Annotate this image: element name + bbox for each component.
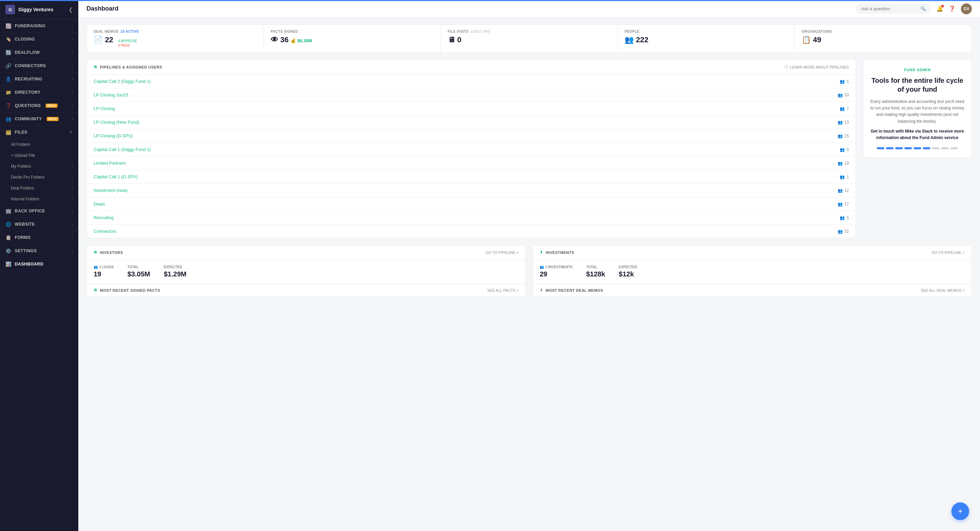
- sidebar-chevron-connectors: ›: [72, 64, 73, 68]
- pipeline-row[interactable]: Capital Call 1 (G SPV)👥 1: [87, 170, 856, 184]
- pipeline-rows: Capital Call 2 (Giggy Fund 1)👥 5LP Closi…: [87, 75, 856, 238]
- pipeline-name: Deals: [94, 201, 105, 207]
- learn-more-link[interactable]: ⓘ LEARN MORE ABOUT PIPELINES: [784, 64, 849, 70]
- sidebar-files-label-upload-file: + Upload File: [11, 153, 35, 158]
- investments-total: TOTAL $128k: [586, 265, 605, 278]
- sidebar-item-label-questions: QUESTIONS: [14, 103, 41, 108]
- files-sub-chevron-deal-folders: ›: [72, 186, 73, 190]
- sidebar-chevron-closing: ›: [72, 37, 73, 41]
- sidebar-files-all-folders[interactable]: All Folders: [0, 139, 78, 150]
- sidebar-files-upload-file[interactable]: + Upload File: [0, 150, 78, 161]
- sidebar-settings-icon: ⚙️: [5, 248, 11, 254]
- pipeline-row[interactable]: Capital Call 2 (Giggy Fund 1)👥 5: [87, 75, 856, 88]
- sidebar-item-recruiting[interactable]: 👤RECRUITING›: [0, 73, 78, 86]
- fund-admin-dot-0: [877, 147, 884, 149]
- users-icon: 👥: [840, 106, 845, 111]
- sidebar-toggle[interactable]: ❮: [68, 6, 73, 13]
- fund-admin-card: FUND ADMIN Tools for the entire life cyc…: [863, 59, 972, 158]
- fab-button[interactable]: +: [951, 502, 969, 520]
- pipeline-row[interactable]: LP Closing (G SPV)👥 15: [87, 129, 856, 143]
- investments-icon: ⬇: [540, 250, 543, 255]
- users-icon: 👥: [838, 93, 843, 97]
- pipeline-name: LP Closing: [94, 106, 115, 111]
- fund-admin-dot-4: [913, 147, 921, 149]
- sidebar-item-settings[interactable]: ⚙️SETTINGS›: [0, 244, 78, 258]
- see-all-deal-memos[interactable]: SEE ALL DEAL MEMOS >: [921, 288, 965, 292]
- sidebar-item-files[interactable]: 🗂️FILES▼: [0, 126, 78, 139]
- investors-leads-count: 19: [94, 270, 114, 278]
- sidebar-item-left-recruiting: 👤RECRUITING: [5, 77, 42, 82]
- users-icon: 👥: [838, 161, 843, 166]
- investments-footer: ⬇ MOST RECENT DEAL MEMOS SEE ALL DEAL ME…: [533, 284, 972, 297]
- investments-goto-pipeline[interactable]: GO TO PIPELINE >: [932, 250, 965, 255]
- search-input[interactable]: [861, 6, 918, 11]
- sidebar-item-community[interactable]: 👥COMMUNITYBETA›: [0, 112, 78, 126]
- most-recent-pacts-label: ♻ MOST RECENT SIGNED PACTS: [94, 288, 160, 292]
- pipeline-row[interactable]: LP Closing (New Fund)👥 13: [87, 116, 856, 129]
- investors-expected-label: EXPECTED: [164, 265, 186, 269]
- sidebar-item-dealflow[interactable]: 🔄DEALFLOW›: [0, 46, 78, 59]
- sidebar-item-forms[interactable]: 📋FORMS›: [0, 231, 78, 244]
- sidebar-item-closing[interactable]: 🏷️CLOSING›: [0, 33, 78, 46]
- avatar[interactable]: GV: [961, 3, 972, 14]
- see-all-pacts[interactable]: SEE ALL PACTS >: [487, 288, 519, 292]
- pipeline-users: 👥 13: [838, 120, 849, 125]
- pipeline-name: Capital Call 2 (Giggy Fund 1): [94, 79, 151, 84]
- sidebar-badge-questions: BETA: [46, 104, 57, 108]
- sidebar-item-label-fundraising: FUNDRAISING: [14, 24, 45, 28]
- pipeline-name: LP Closing (New Fund): [94, 120, 139, 125]
- sidebar-chevron-directory: ›: [72, 90, 73, 94]
- sidebar-item-dashboard[interactable]: 📊DASHBOARD: [0, 258, 78, 271]
- sidebar-dealflow-icon: 🔄: [5, 50, 11, 55]
- sidebar-chevron-recruiting: ›: [72, 77, 73, 81]
- brand-icon: G: [5, 5, 15, 14]
- sidebar-files-internal-folders[interactable]: Internal Folders›: [0, 194, 78, 204]
- pipeline-name: LP Closing Jun23: [94, 92, 128, 97]
- users-icon: 👥: [838, 120, 843, 125]
- sidebar-recruiting-icon: 👤: [5, 77, 11, 82]
- pipeline-users: 👥 12: [838, 188, 849, 193]
- pipeline-name: Limited Partners: [94, 161, 126, 166]
- sidebar-item-fundraising[interactable]: 📈FUNDRAISING›: [0, 19, 78, 33]
- pipeline-row[interactable]: LP Closing👥 7: [87, 102, 856, 116]
- fund-admin-dot-6: [932, 147, 939, 149]
- sidebar-chevron-dealflow: ›: [72, 51, 73, 54]
- sidebar-item-website[interactable]: 🌐WEBSITE›: [0, 218, 78, 231]
- pipeline-row[interactable]: Connectors👥 32: [87, 225, 856, 238]
- sidebar-website-icon: 🌐: [5, 222, 11, 227]
- search-box[interactable]: 🔍: [856, 4, 931, 13]
- pipeline-row[interactable]: LP Closing Jun23👥 33: [87, 88, 856, 102]
- pipeline-users: 👥 5: [840, 147, 849, 152]
- investments-expected: EXPECTED $12k: [619, 265, 637, 278]
- investors-leads: 👥 # LEADS 19: [94, 265, 114, 278]
- users-icon: 👥: [840, 215, 845, 220]
- stats-bar: DEAL MEMOS 10 ACTIVE 📄 22 4 APPROVE 5 PA…: [86, 24, 972, 53]
- users-icon: 👥: [840, 79, 845, 84]
- users-icon: 👥: [840, 174, 845, 179]
- stat-numbers-visits: 🖥 0: [448, 35, 611, 44]
- pipeline-row[interactable]: Deals👥 17: [87, 197, 856, 211]
- sidebar-files-my-folders[interactable]: My Folders›: [0, 161, 78, 172]
- sidebar-files-decile-pro-folders[interactable]: Decile Pro Folders›: [0, 172, 78, 183]
- sidebar-item-connectors[interactable]: 🔗CONNECTORS›: [0, 59, 78, 73]
- pipeline-name: Capital Call 1 (G SPV): [94, 174, 138, 179]
- sidebar-files-deal-folders[interactable]: Deal Folders›: [0, 183, 78, 194]
- pipeline-users: 👥 7: [840, 106, 849, 111]
- investors-icon: ♻: [94, 250, 97, 255]
- brand-name: Giggy Ventures: [18, 7, 54, 12]
- sidebar-item-label-closing: CLOSING: [14, 37, 35, 41]
- sidebar-item-directory[interactable]: 📁DIRECTORY›: [0, 86, 78, 99]
- pipeline-row[interactable]: Investment (new)👥 12: [87, 184, 856, 197]
- investments-count: 👥 # INVESTMENTS 29: [540, 265, 573, 278]
- pipeline-users: 👥 5: [840, 215, 849, 220]
- pipeline-row[interactable]: Capital Call 1 (Giggy Fund 1)👥 5: [87, 143, 856, 156]
- help-icon[interactable]: ❓: [949, 5, 956, 12]
- loading-bar: [0, 0, 980, 1]
- pipeline-row[interactable]: Limited Partners👥 19: [87, 156, 856, 170]
- investors-goto-pipeline[interactable]: GO TO PIPELINE >: [485, 250, 519, 255]
- pipeline-users: 👥 32: [838, 229, 849, 234]
- notification-icon[interactable]: 🔔: [936, 5, 943, 12]
- sidebar-item-back-office[interactable]: 🏢BACK OFFICE›: [0, 204, 78, 218]
- sidebar-item-questions[interactable]: ❓QUESTIONSBETA›: [0, 99, 78, 112]
- pipeline-row[interactable]: Recruiting👥 5: [87, 211, 856, 225]
